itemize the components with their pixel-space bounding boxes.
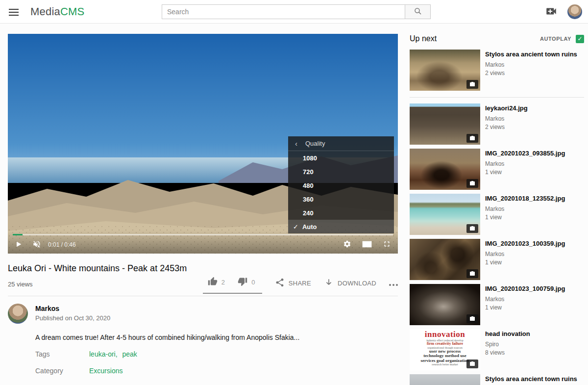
more-options-icon[interactable] xyxy=(389,284,398,286)
related-views: 1 view xyxy=(485,169,565,176)
camera-icon xyxy=(466,224,478,233)
related-author: Markos xyxy=(485,296,565,303)
thumbs-up-icon xyxy=(208,277,218,288)
related-author: Markos xyxy=(485,205,565,212)
camera-icon xyxy=(466,359,478,368)
related-author: Markos xyxy=(485,61,577,68)
download-button[interactable]: DOWNLOAD xyxy=(324,278,376,289)
app-logo[interactable]: MediaCMS xyxy=(30,5,84,18)
divider xyxy=(410,97,584,98)
related-title: IMG_20201023_093855.jpg xyxy=(485,150,565,157)
tag-link-leuka-ori[interactable]: leuka-ori xyxy=(89,350,116,358)
related-author: Markos xyxy=(485,160,565,167)
tags-label: Tags xyxy=(35,350,89,358)
quality-option-360[interactable]: 360 xyxy=(288,192,394,206)
related-views: 1 view xyxy=(485,214,565,221)
user-avatar[interactable] xyxy=(567,4,582,19)
quality-option-480[interactable]: 480 xyxy=(288,179,394,192)
media-page: ‹ Quality 1080 720 480 360 240 ✓ Auto xyxy=(8,34,398,385)
related-item[interactable]: IMG_20201023_100359.jpg Markos 1 view xyxy=(410,239,584,280)
related-author: Markos xyxy=(485,115,528,122)
related-item[interactable]: innovation industry effect reduced devel… xyxy=(410,329,584,370)
header-actions xyxy=(545,0,582,24)
fullscreen-icon xyxy=(383,240,391,250)
share-button[interactable]: SHARE xyxy=(275,278,311,289)
logo-text-media: Media xyxy=(30,5,60,18)
gear-icon xyxy=(343,240,351,250)
author-name[interactable]: Markos xyxy=(35,305,110,312)
related-author: Markos xyxy=(485,251,565,257)
view-count: 25 views xyxy=(8,281,33,296)
related-views: 2 views xyxy=(485,70,577,77)
category-link[interactable]: Excursions xyxy=(89,367,122,375)
related-author: Spiro xyxy=(485,341,530,348)
related-views: 8 views xyxy=(485,349,530,356)
upload-media-button[interactable] xyxy=(545,5,558,19)
tag-link-peak[interactable]: peak xyxy=(122,350,137,358)
check-icon: ✓ xyxy=(293,223,298,231)
search-input[interactable] xyxy=(162,4,405,19)
related-item[interactable]: IMG_20201023_100759.jpg Markos 1 view xyxy=(410,284,584,325)
share-icon xyxy=(275,278,285,289)
play-button[interactable] xyxy=(15,240,23,250)
quality-menu: ‹ Quality 1080 720 480 360 240 ✓ Auto xyxy=(288,136,394,233)
camera-icon xyxy=(466,179,478,188)
search-button[interactable] xyxy=(405,4,431,19)
search-form xyxy=(162,4,431,19)
autoplay-checkbox[interactable]: ✓ xyxy=(576,35,584,43)
video-title: Leuka Ori - White mountains - Peak at 24… xyxy=(8,263,398,274)
related-thumbnail: innovation industry effect reduced devel… xyxy=(410,329,480,370)
video-upload-icon xyxy=(545,5,558,19)
meta-row: 25 views 2 0 xyxy=(8,277,398,296)
settings-button[interactable] xyxy=(343,240,351,250)
related-thumbnail xyxy=(410,103,480,145)
related-title: IMG_20201018_123552.jpg xyxy=(485,195,565,202)
related-title: leykaori24.jpg xyxy=(485,104,528,112)
fullscreen-button[interactable] xyxy=(383,240,391,250)
camera-icon xyxy=(466,314,478,323)
quality-option-240[interactable]: 240 xyxy=(288,206,394,220)
up-next-heading: Up next xyxy=(410,34,437,43)
like-button[interactable]: 2 xyxy=(208,277,225,288)
related-item[interactable]: Stylos area ancient town ruins Markos 2 … xyxy=(410,50,584,91)
theater-mode-icon xyxy=(362,240,372,250)
related-title: Stylos area ancient town ruins xyxy=(485,51,577,58)
related-title: IMG_20201023_100359.jpg xyxy=(485,240,565,247)
logo-text-cms: CMS xyxy=(60,5,85,18)
related-item[interactable]: Stylos area ancient town ruins xyxy=(410,374,584,385)
video-description: A dream comes true! After 4-5 hours of c… xyxy=(35,334,398,341)
camera-icon xyxy=(466,269,478,278)
related-item[interactable]: leykaori24.jpg Markos 2 views xyxy=(410,103,584,145)
related-item[interactable]: IMG_20201023_093855.jpg Markos 1 view xyxy=(410,149,584,190)
like-count: 2 xyxy=(221,279,225,286)
related-thumbnail xyxy=(410,50,480,91)
up-next-sidebar: Up next AUTOPLAY ✓ Stylos area ancient t… xyxy=(410,34,584,385)
player-controls: 0:01 / 0:46 xyxy=(8,231,398,254)
related-title: Stylos area ancient town ruins xyxy=(485,375,577,383)
tag-separator: , xyxy=(116,350,118,358)
publish-date: Published on Oct 30, 2020 xyxy=(35,314,110,322)
author-row: Markos Published on Oct 30, 2020 xyxy=(8,304,398,324)
autoplay-label: AUTOPLAY xyxy=(540,36,571,42)
quality-menu-back[interactable]: ‹ Quality xyxy=(288,136,394,151)
related-thumbnail xyxy=(410,149,480,190)
author-avatar[interactable] xyxy=(8,304,28,324)
menu-icon[interactable] xyxy=(9,7,19,17)
related-thumbnail xyxy=(410,194,480,235)
time-display: 0:01 / 0:46 xyxy=(48,241,76,248)
camera-icon xyxy=(466,134,478,143)
progress-bar[interactable] xyxy=(13,234,393,235)
thumbs-down-icon xyxy=(238,277,247,288)
related-item[interactable]: IMG_20201018_123552.jpg Markos 1 view xyxy=(410,194,584,235)
search-icon xyxy=(414,7,422,17)
quality-option-1080[interactable]: 1080 xyxy=(288,151,394,165)
video-player[interactable]: ‹ Quality 1080 720 480 360 240 ✓ Auto xyxy=(8,34,398,254)
dislike-button[interactable]: 0 xyxy=(238,277,255,288)
category-row: Category Excursions xyxy=(35,367,398,375)
quality-option-720[interactable]: 720 xyxy=(288,165,394,179)
rating-group: 2 0 xyxy=(203,277,262,294)
theater-mode-button[interactable] xyxy=(362,240,372,250)
related-title: head inovation xyxy=(485,330,530,337)
related-views: 1 view xyxy=(485,304,565,311)
mute-button[interactable] xyxy=(32,240,41,250)
